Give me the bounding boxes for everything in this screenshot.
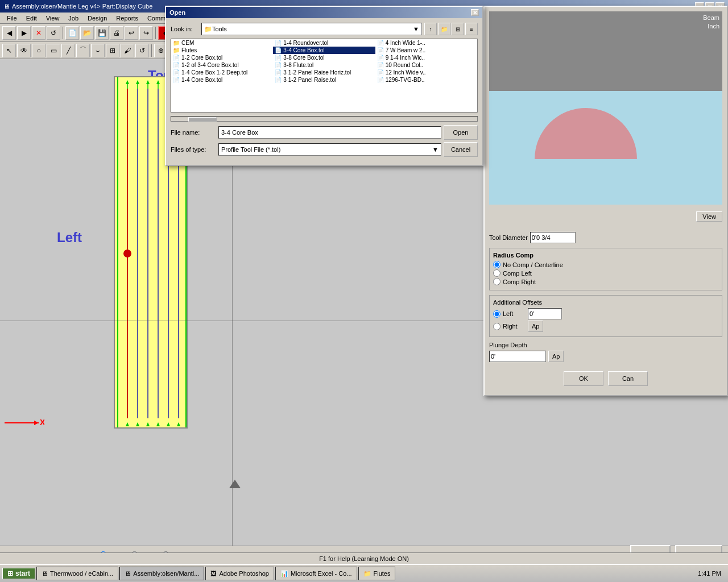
menu-design[interactable]: Design [83,14,111,23]
open-button[interactable]: 📂 [80,26,94,40]
menu-file[interactable]: File [2,14,22,23]
taskbar-thermwood[interactable]: 🖥 Thermwood / eCabin... [36,567,118,580]
taskbar-photoshop[interactable]: 🖼 Adobe Photoshop [205,567,274,580]
file-item-cem[interactable]: 📁CEM [171,39,273,47]
rect-button[interactable]: ▭ [47,44,60,57]
arc-button[interactable]: ⌣ [91,44,105,57]
file-item-flutes[interactable]: 📁Flutes [171,47,273,54]
left-offset-input[interactable] [528,308,562,319]
folder-icon: 📁 [173,47,180,53]
circle-button[interactable]: ○ [32,44,46,57]
left-offset-radio[interactable] [493,310,500,318]
comp-right-radio[interactable] [493,278,500,285]
forward-button[interactable]: ▶ [17,26,31,40]
dialog-title: Open [169,9,185,16]
file-item-12corebox[interactable]: 📄1-2 Core Box.tol [171,54,273,61]
taskbar-icon-1: 🖥 [42,570,48,577]
right-offset-radio[interactable] [493,323,500,330]
cancel-btn[interactable]: Cancel [444,142,478,157]
apply-plunge-button[interactable]: Ap [548,351,564,362]
filename-input[interactable] [218,126,441,139]
filetype-combo[interactable]: Profile Tool File (*.tol) ▼ [218,143,441,156]
view-toggle-btn[interactable]: ≡ [465,23,478,35]
select-arrow[interactable]: ↖ [2,44,16,57]
svg-marker-13 [156,80,160,84]
tool-diameter-input[interactable] [530,232,576,243]
taskbar-assembly[interactable]: 🖥 Assembly:olsen/Mantl... [119,567,204,580]
menu-view[interactable]: View [42,14,64,23]
axis-area: X [5,417,44,430]
file-item-914inch[interactable]: 📄9 1-4 Inch Wic.. [375,54,477,61]
svg-marker-18 [146,422,150,426]
print-button[interactable]: 🖨 [110,26,123,40]
file-icon-tol: 📄 [173,69,180,76]
eye-button[interactable]: 👁 [17,44,31,57]
taskbar-flutes[interactable]: 📁 Flutes [358,567,396,580]
filetype-label: Files of type: [171,146,216,153]
file-icon-tol: 📄 [275,69,282,76]
lookin-buttons: ↑ 📁 ⊞ ≡ [424,23,478,35]
file-item-14roundover[interactable]: 📄1-4 Roundover.tol [273,39,375,47]
start-button[interactable]: ⊞ start [2,568,35,579]
file-item-312panel[interactable]: 📄3 1-2 Panel Raise.tol [273,76,375,84]
undo-button[interactable]: ↩ [125,26,138,40]
menu-reports[interactable]: Reports [111,14,143,23]
file-item-38flute[interactable]: 📄3-8 Flute.tol [273,61,375,69]
details-btn[interactable]: ⊞ [452,23,464,35]
taskbar-icon-4: 📊 [280,570,288,577]
file-item-34corebox[interactable]: 📄3-4 Core Box.tol [273,47,375,54]
nav-up-btn[interactable]: ↑ [424,23,437,35]
hash-button[interactable]: ⊞ [106,44,119,57]
taskbar-icon-5: 📁 [363,570,371,577]
cancel-dialog-button[interactable]: Can [608,371,648,386]
no-comp-radio[interactable] [493,261,500,268]
view-button[interactable]: View [696,211,722,222]
line-button[interactable]: ╱ [61,44,75,57]
file-item-12of34corebox[interactable]: 📄1-2 of 3-4 Core Box.tol [171,61,273,69]
file-item-14corebox[interactable]: 📄1-4 Core Box.tol [171,76,273,84]
lookin-combo[interactable]: 📁 Tools ▼ [201,23,422,35]
preview-area: Beam Inch [489,11,722,205]
new-button[interactable]: 📄 [65,26,79,40]
file-item-7wbeam[interactable]: 📄7 W Beam w 2.. [375,47,477,54]
right-offset-row: Right Ap [493,321,718,332]
file-item-38corebox[interactable]: 📄3-8 Core Box.tol [273,54,375,61]
new-folder-btn[interactable]: 📁 [438,23,450,35]
view-btn-row: View [485,209,727,227]
right-controls: Tool Diameter Radius Comp No Comp / Cent… [485,227,727,395]
save-button[interactable]: 💾 [95,26,109,40]
horizontal-scrollbar[interactable] [171,116,478,122]
comp-right-row: Comp Right [493,278,718,285]
file-item-12inchwide[interactable]: 📄12 Inch Wide v.. [375,69,477,76]
back-button[interactable]: ◀ [2,26,16,40]
open-dialog: Open ✕ Look in: 📁 Tools ▼ ↑ 📁 ⊞ ≡ 📁CE [165,6,483,166]
curve-button[interactable]: ⌒ [76,44,90,57]
tool-diameter-label: Tool Diameter [489,234,528,241]
svg-marker-11 [136,80,139,84]
dialog-close-btn[interactable]: ✕ [471,9,479,16]
help-text: F1 for Help (Learning Mode ON) [319,555,409,562]
menu-job[interactable]: Job [64,14,83,23]
comp-left-radio[interactable] [493,269,500,277]
file-icon-tol: 📄 [377,55,384,61]
plunge-depth-input[interactable] [489,351,546,362]
file-item-10round[interactable]: 📄10 Round Col.. [375,61,477,69]
file-item-4inchwide[interactable]: 📄4 Inch Wide 1-.. [375,39,477,47]
dialog-open-btn[interactable]: Open [444,125,478,140]
ok-button[interactable]: OK [564,371,603,386]
redo-button[interactable]: ↪ [139,26,153,40]
taskbar-excel[interactable]: 📊 Microsoft Excel - Co... [275,567,357,580]
file-item-14coreboxdeep[interactable]: 📄1-4 Core Box 1-2 Deep.tol [171,69,273,76]
menu-edit[interactable]: Edit [22,14,42,23]
dialog-titlebar: Open ✕ [166,7,482,18]
stop-button[interactable]: ✕ [32,26,46,40]
left-offset-label: Left [503,310,526,317]
paint-button[interactable]: 🖌 [121,44,134,57]
apply-offset-button[interactable]: Ap [528,321,543,332]
eraser-button[interactable]: ↺ [135,44,149,57]
file-item-312panelhoriz[interactable]: 📄3 1-2 Panel Raise Horiz.tol [273,69,375,76]
file-list: 📁CEM 📁Flutes 📄1-2 Core Box.tol 📄1-2 of 3… [171,39,478,113]
file-col-2: 📄1-4 Roundover.tol 📄3-4 Core Box.tol 📄3-… [273,39,375,112]
file-item-1296tvg[interactable]: 📄1296-TVG-BD.. [375,76,477,84]
refresh-button[interactable]: ↺ [47,26,60,40]
